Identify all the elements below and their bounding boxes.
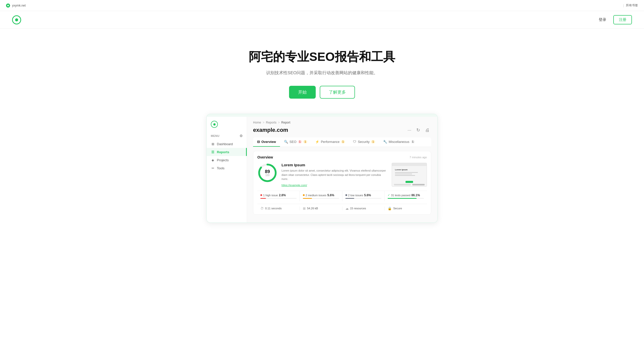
settings-icon[interactable]: ⚙ <box>239 134 243 138</box>
preview-green-btn <box>406 181 413 183</box>
metric-low-track <box>345 198 382 199</box>
metrics-row: 1 high issue 2.8% 2 medium issues <box>257 191 427 201</box>
tab-misc-icon: 🔧 <box>383 140 387 144</box>
sidebar-menu-header: MENU ⚙ <box>207 132 247 140</box>
sidebar-item-projects[interactable]: ◈ Projects <box>207 156 247 164</box>
demo-top-bar <box>207 114 437 117</box>
bookmarks-label: 所有书签 <box>626 3 638 8</box>
favicon-icon <box>6 4 10 8</box>
overview-time: 7 minutes ago <box>410 156 427 159</box>
login-button[interactable]: 登录 <box>595 15 610 24</box>
tab-seo[interactable]: 🔍 SEO 1 1 <box>280 137 311 147</box>
metric-dot-yellow <box>303 194 305 196</box>
sidebar-item-tools[interactable]: ✂ Tools <box>207 164 247 172</box>
tab-security-label: Security <box>358 140 370 144</box>
tab-overview-icon: ⊟ <box>257 140 260 144</box>
score-total: 100 <box>265 174 270 177</box>
sidebar-projects-label: Projects <box>217 158 229 162</box>
lorem-link[interactable]: https://example.com/ <box>281 184 307 187</box>
metric-high-issues: 1 high issue 2.8% <box>257 191 300 201</box>
start-button[interactable]: 开始 <box>289 86 316 99</box>
metric-low-text: 2 low issues <box>348 194 363 197</box>
breadcrumb-home[interactable]: Home <box>253 121 261 124</box>
more-options-button[interactable]: ··· <box>406 127 413 134</box>
preview-lines <box>395 172 424 177</box>
sidebar-tools-label: Tools <box>217 166 224 170</box>
reports-icon: ☰ <box>211 150 215 154</box>
lorem-desc: Lorem ipsum dolor sit amet, consectetur … <box>281 169 388 181</box>
lorem-title: Lorem Ipsum <box>281 163 388 167</box>
resources-icon: ☁ <box>345 207 349 210</box>
tab-misc-badge: 1 <box>411 140 415 143</box>
demo-container: MENU ⚙ ⊞ Dashboard ☰ Reports ◈ Projects … <box>206 114 438 223</box>
size-icon: ⊞ <box>303 207 306 210</box>
sidebar-logo-icon <box>211 121 218 128</box>
logo <box>12 15 21 24</box>
tab-seo-label: SEO <box>290 140 296 144</box>
score-number: 89 <box>265 169 270 174</box>
metric-passed-label: ✓ 31 tests passed 86.1% <box>388 193 424 197</box>
demo-inner: MENU ⚙ ⊞ Dashboard ☰ Reports ◈ Projects … <box>207 117 437 222</box>
sidebar-dashboard-label: Dashboard <box>217 142 233 146</box>
tab-performance-label: Performance <box>321 140 339 144</box>
metric-medium-text: 2 medium issues <box>306 194 327 197</box>
tab-security[interactable]: 🛡 Security 1 <box>349 137 379 147</box>
metric-medium-label: 2 medium issues 5.6% <box>303 193 339 197</box>
preview-image: Lorem Ipsum <box>392 163 427 187</box>
breadcrumb: Home > Reports > Report <box>253 121 431 124</box>
breadcrumb-sep1: > <box>263 121 264 124</box>
tab-overview-label: Overview <box>261 140 276 144</box>
tab-seo-badge1: 1 <box>298 140 302 143</box>
metric-high-pct: 2.8% <box>279 193 286 197</box>
bottom-metric-size: ⊞ 54.26 kB <box>300 207 342 210</box>
breadcrumb-current: Report <box>281 121 290 124</box>
demo-wrapper: MENU ⚙ ⊞ Dashboard ☰ Reports ◈ Projects … <box>201 114 443 238</box>
metric-low-label: 2 low issues 5.6% <box>345 193 382 197</box>
projects-icon: ◈ <box>211 158 215 162</box>
metric-high-label: 1 high issue 2.8% <box>260 193 297 197</box>
page-title-row: example.com ··· ↻ 🖨 <box>253 126 431 134</box>
metric-medium-issues: 2 medium issues 5.6% <box>300 191 342 201</box>
tab-security-badge: 1 <box>371 140 375 143</box>
metric-passed-pct: 86.1% <box>411 193 420 197</box>
metric-high-track <box>260 198 297 199</box>
logo-icon <box>12 15 21 24</box>
top-bar-right: | 所有书签 <box>623 3 638 8</box>
metric-time-value: 0.11 seconds <box>265 207 281 210</box>
bottom-metric-time: ⏱ 0.11 seconds <box>257 207 300 210</box>
tab-miscellaneous[interactable]: 🔧 Miscellaneous 1 <box>379 137 419 147</box>
register-button[interactable]: 注册 <box>613 15 632 24</box>
metric-passed-track <box>388 198 424 199</box>
tab-security-icon: 🛡 <box>353 140 356 144</box>
refresh-button[interactable]: ↻ <box>415 126 422 134</box>
metric-medium-pct: 5.6% <box>327 193 334 197</box>
metric-medium-track <box>303 198 339 199</box>
sidebar-item-reports[interactable]: ☰ Reports <box>207 148 247 156</box>
sidebar-logo <box>207 121 247 132</box>
learn-more-button[interactable]: 了解更多 <box>320 86 355 99</box>
tab-overview[interactable]: ⊟ Overview <box>253 137 280 147</box>
bottom-metrics: ⏱ 0.11 seconds ⊞ 54.26 kB ☁ 15 resources <box>257 204 427 210</box>
metric-dot-red <box>260 194 262 196</box>
tools-icon: ✂ <box>211 166 215 170</box>
lorem-info: Lorem Ipsum Lorem ipsum dolor sit amet, … <box>281 163 388 187</box>
checkmark-icon: ✓ <box>388 193 390 197</box>
demo-main: Home > Reports > Report example.com ··· … <box>247 117 437 222</box>
overview-card-title: Overview <box>257 155 273 159</box>
bottom-metric-secure: 🔒 Secure <box>385 207 427 210</box>
metric-passed-text: 31 tests passed <box>391 194 410 197</box>
tab-seo-icon: 🔍 <box>284 140 288 144</box>
score-text: 89 100 <box>257 163 277 183</box>
site-label: yxymk.net <box>12 4 26 7</box>
score-circle: 89 100 <box>257 163 277 183</box>
demo-sidebar: MENU ⚙ ⊞ Dashboard ☰ Reports ◈ Projects … <box>207 117 247 222</box>
breadcrumb-reports[interactable]: Reports <box>266 121 276 124</box>
header: 登录 注册 <box>0 11 644 29</box>
sidebar-item-dashboard[interactable]: ⊞ Dashboard <box>207 140 247 148</box>
print-button[interactable]: 🖨 <box>424 127 431 134</box>
tab-performance[interactable]: ⚡ Performance 1 <box>311 137 349 147</box>
overview-content: 89 100 Lorem Ipsum Lorem ipsum dolor sit… <box>257 163 427 187</box>
metric-dot-blue <box>345 194 347 196</box>
divider: | <box>623 4 624 7</box>
overview-header: Overview 7 minutes ago <box>257 155 427 159</box>
